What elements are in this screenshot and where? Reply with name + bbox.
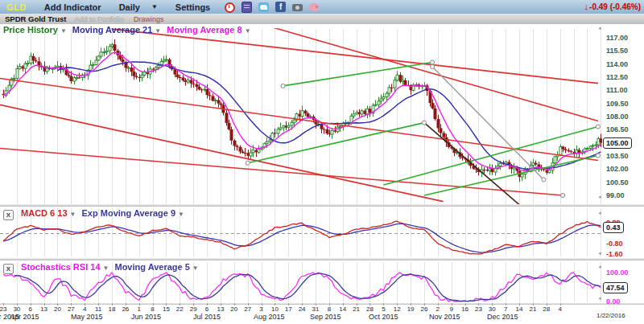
price-history-dropdown[interactable]: Price History — [3, 25, 58, 35]
ma21-dropdown[interactable]: Moving Average 21 — [72, 25, 152, 35]
date-tick-label: 26 — [417, 306, 431, 313]
month-label: Nov 2015 — [429, 313, 460, 321]
month-label: Jul 2015 — [193, 313, 221, 321]
date-tick-label: 29 — [186, 306, 200, 313]
ma8-dropdown[interactable]: Moving Average 8 — [167, 25, 242, 35]
date-tick-label: 5 — [376, 306, 390, 313]
scroll-arrow-icon[interactable]: ◄ — [597, 265, 602, 269]
macd-axis-label: -0.80 — [606, 240, 623, 248]
chevron-down-icon[interactable]: ▼ — [155, 27, 161, 35]
date-tick-label: 31 — [308, 306, 323, 313]
month-label: Sep 2015 — [310, 313, 341, 321]
macd-axis-label: -1.60 — [606, 250, 623, 258]
symbol-fullname: SPDR Gold Trust — [5, 14, 67, 23]
price-change-readout: ↓-0.49 (-0.46%) — [584, 2, 641, 11]
price-panel-header: Price History▼ Moving Average 21▼ Moving… — [3, 25, 254, 35]
stoch-current-value: 47.54 — [603, 282, 628, 293]
price-axis-label: 115.50 — [606, 47, 628, 55]
top-toolbar: GLD Add Indicator Daily ▼ Settings f ↓-0… — [0, 0, 644, 14]
date-tick-label: 17 — [281, 306, 295, 313]
date-tick-label: 27 — [64, 306, 78, 313]
alarm-icon[interactable] — [225, 2, 235, 13]
date-tick-label: 28 — [362, 306, 377, 313]
chevron-down-icon[interactable]: ▼ — [103, 265, 109, 272]
price-axis-label: 111.00 — [606, 86, 628, 94]
scroll-arrow-icon[interactable]: ◄ — [597, 296, 602, 301]
date-tick-label: 13 — [213, 306, 228, 313]
macd-ma-dropdown[interactable]: Exp Moving Average 9 — [82, 208, 176, 218]
date-tick-label: 20 — [227, 306, 242, 313]
scroll-arrow-icon[interactable]: ◄ — [597, 251, 602, 256]
scroll-arrow-icon[interactable]: ◄ — [597, 26, 602, 31]
stoch-axis-label: 100.00 — [606, 269, 629, 277]
chevron-down-icon[interactable]: ▼ — [192, 265, 199, 272]
date-tick-label: 1 — [132, 306, 147, 313]
month-label: Oct 2015 — [369, 313, 398, 321]
scroll-arrow-icon[interactable]: ◄ — [597, 195, 602, 199]
date-tick-label: 23 — [471, 306, 485, 313]
date-tick-label: 30 — [485, 306, 499, 313]
date-tick-label: 21 — [526, 306, 540, 313]
date-tick-label: 10 — [267, 306, 282, 313]
drawings-link[interactable]: Drawings — [134, 15, 164, 23]
price-axis-label: 114.00 — [606, 60, 628, 68]
month-label: May 2015 — [71, 313, 103, 321]
notes-icon[interactable] — [242, 2, 252, 13]
camera-snapshot-icon[interactable] — [292, 4, 303, 11]
date-tick-label: 28 — [539, 306, 554, 313]
piggy-bank-icon[interactable] — [309, 3, 319, 11]
chevron-down-icon[interactable]: ▼ — [70, 211, 76, 218]
add-indicator-button[interactable]: Add Indicator — [44, 2, 101, 12]
stoch-ma-dropdown[interactable]: Moving Average 5 — [114, 262, 189, 272]
stoch-panel-header: X Stochastics RSI 14▼ Moving Average 5▼ — [3, 262, 202, 274]
symbol-subbar: SPDR Gold Trust Add to Portfolio Drawing… — [0, 14, 644, 24]
price-chart-canvas[interactable] — [0, 24, 602, 204]
end-date-label: 1/22/2016 — [597, 312, 625, 319]
date-tick-label: 22 — [172, 306, 187, 313]
timeframe-dropdown[interactable]: Daily — [119, 2, 140, 12]
add-to-portfolio-link[interactable]: Add to Portfolio — [75, 15, 125, 23]
macd-close-button[interactable]: X — [3, 210, 14, 220]
price-axis-label: 117.00 — [606, 34, 628, 42]
axis-separator — [0, 303, 644, 305]
macd-current-value: 0.43 — [603, 222, 624, 233]
date-tick-label: 2 — [431, 306, 445, 313]
scroll-arrow-icon[interactable]: ◄ — [597, 211, 602, 215]
stoch-axis-label: 0.00 — [606, 297, 621, 306]
macd-panel-header: X MACD 6 13▼ Exp Moving Average 9▼ — [3, 208, 188, 220]
date-tick-label: 26 — [118, 306, 133, 313]
twitter-icon[interactable] — [258, 2, 269, 12]
chevron-down-icon[interactable]: ▼ — [178, 211, 184, 218]
date-tick-label: 15 — [159, 306, 173, 313]
symbol-label[interactable]: GLD — [6, 2, 27, 12]
price-axis-label: 99.00 — [606, 191, 625, 199]
date-tick-label: 11 — [91, 306, 105, 313]
month-label: Jun 2015 — [131, 313, 161, 321]
date-tick-label: 14 — [512, 306, 526, 313]
date-tick-label: 30 — [10, 306, 24, 313]
date-tick-label: 4 — [77, 306, 92, 313]
stoch-close-button[interactable]: X — [3, 264, 14, 274]
stoch-dropdown[interactable]: Stochastics RSI 14 — [21, 262, 100, 272]
price-axis-label: 102.00 — [606, 165, 629, 173]
timeframe-caret-icon[interactable]: ▼ — [151, 3, 158, 10]
date-tick-label: 14 — [336, 306, 350, 313]
date-tick-label: 18 — [105, 306, 119, 313]
date-tick-label: 8 — [322, 306, 336, 313]
price-axis-label: 108.00 — [606, 113, 629, 121]
facebook-icon[interactable]: f — [275, 2, 286, 12]
macd-dropdown[interactable]: MACD 6 13 — [21, 208, 67, 218]
chevron-down-icon[interactable]: ▼ — [60, 27, 67, 35]
settings-button[interactable]: Settings — [175, 2, 210, 12]
date-tick-label: 13 — [37, 306, 52, 313]
chevron-down-icon[interactable]: ▼ — [245, 27, 251, 35]
date-tick-label: 16 — [458, 306, 473, 313]
month-label: Apr 2015 — [10, 313, 39, 321]
date-tick-label: 12 — [390, 306, 404, 313]
date-tick-label: 24 — [295, 306, 309, 313]
date-tick-label: 27 — [241, 306, 255, 313]
date-tick-label: 20 — [50, 306, 64, 313]
price-current-value: 105.00 — [603, 137, 632, 149]
price-axis-label: 100.50 — [606, 178, 629, 187]
price-axis-label: 106.50 — [606, 125, 629, 133]
